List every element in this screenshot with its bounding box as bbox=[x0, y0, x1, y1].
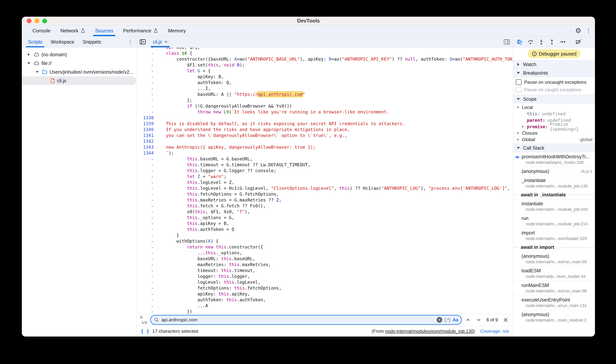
scope-global-row[interactable]: Globalglobal bbox=[513, 136, 595, 143]
gutter-line-number[interactable]: - bbox=[137, 250, 158, 256]
code-line-text[interactable]: throw new L9(`It looks like you're runni… bbox=[158, 109, 389, 115]
expander-right-icon[interactable] bbox=[521, 125, 525, 128]
gutter-line-number[interactable]: - bbox=[137, 48, 158, 50]
code-line-text[interactable]: you can set the \`dangerouslyAllowBrowse… bbox=[158, 132, 347, 138]
gutter-line-number[interactable]: - bbox=[137, 309, 158, 314]
code-line-text[interactable]: ...this._options, bbox=[158, 250, 242, 256]
tree-item-users-jinhuilee-nvm-versions-node-v2-[interactable]: Users/jinhuilee/.nvm/versions/node/v2... bbox=[22, 68, 136, 76]
tab-sources[interactable]: Sources bbox=[90, 25, 118, 36]
gutter-line-number[interactable]: - bbox=[137, 62, 158, 68]
call-stack-frame[interactable]: (anonymous)cli.js:1 bbox=[513, 167, 595, 176]
breakpoints-section-header[interactable]: Breakpoints bbox=[513, 69, 595, 77]
gutter-line-number[interactable]: - bbox=[137, 209, 158, 215]
search-query[interactable]: api.anthropic.com bbox=[161, 317, 434, 323]
gutter-line-number[interactable]: - bbox=[137, 256, 158, 262]
code-line-text[interactable]: `); bbox=[158, 150, 174, 156]
call-stack-frame[interactable]: (anonymous)node:internal/m...main_module… bbox=[513, 310, 595, 325]
settings-gear-icon[interactable]: ⚙ bbox=[575, 27, 581, 34]
code-line-text[interactable]: timeout: this.timeout, bbox=[158, 268, 255, 273]
debugger-panel-toggle-icon[interactable] bbox=[503, 38, 510, 45]
more-options-icon[interactable]: ⋮ bbox=[586, 27, 591, 34]
close-tab-icon[interactable]: × bbox=[164, 39, 168, 45]
gutter-line-number[interactable]: 1340 bbox=[137, 127, 158, 132]
code-line-text[interactable]: if (!G.dangerouslyAllowBrowser && Ys0()) bbox=[158, 103, 292, 109]
code-line-text[interactable]: return new this.constructor({ bbox=[158, 244, 263, 250]
pretty-print-icon[interactable]: { } bbox=[141, 329, 149, 334]
clear-search-icon[interactable]: ✕ bbox=[437, 317, 442, 323]
code-line-text[interactable]: this.fetch = G.fetch ?? Fs0(), bbox=[158, 203, 266, 209]
gutter-line-number[interactable]: - bbox=[137, 168, 158, 174]
gutter-line-number[interactable]: - bbox=[137, 297, 158, 303]
expander-right-icon[interactable] bbox=[516, 138, 520, 141]
deactivate-breakpoints-button[interactable] bbox=[575, 39, 582, 45]
scope-variable-row[interactable]: this: undefined bbox=[513, 111, 595, 117]
gutter-line-number[interactable]: 1343 bbox=[137, 144, 158, 150]
code-line-text[interactable]: this._options = G, bbox=[158, 215, 234, 221]
gutter-line-number[interactable]: - bbox=[137, 268, 158, 273]
code-line-text[interactable]: This is disabled by default, as it risks… bbox=[158, 121, 405, 127]
code-line-text[interactable]: baseURL: this.baseURL, bbox=[158, 256, 255, 262]
gutter-line-number[interactable]: - bbox=[137, 50, 158, 56]
gutter-line-number[interactable]: 1339 bbox=[137, 121, 158, 127]
code-line-text[interactable]: $F1.set(this, void 0); bbox=[158, 62, 245, 68]
search-input[interactable]: api.anthropic.com ✕ (.*) Aa bbox=[150, 315, 462, 325]
gutter-line-number[interactable]: 1341 bbox=[137, 132, 158, 138]
code-line-text[interactable]: this.logLevel = Z, bbox=[158, 180, 234, 185]
code-line-text[interactable]: this.baseURL = G.baseURL, bbox=[158, 156, 253, 162]
code-line-text[interactable]: constructor({baseURL: A=ao("ANTHROPIC_BA… bbox=[158, 56, 513, 62]
gutter-line-number[interactable]: - bbox=[137, 303, 158, 309]
code-line-text[interactable]: var Xs0, $F1; bbox=[158, 48, 200, 50]
resume-script-button[interactable] bbox=[517, 39, 523, 45]
code-line-text[interactable]: authToken: this.authToken, bbox=[158, 297, 266, 303]
code-line-text[interactable]: let G = { bbox=[158, 68, 210, 74]
call-stack-frame[interactable]: executeUserEntryPointnode:internal/m...s… bbox=[513, 295, 595, 310]
code-line-text[interactable]: let Z = "warn"; bbox=[158, 174, 226, 180]
gutter-line-number[interactable]: - bbox=[137, 221, 158, 226]
code-line-text[interactable]: this.authToken = Q bbox=[158, 226, 234, 232]
call-stack-frame[interactable]: _instantiatenode:internal/m...module_job… bbox=[513, 176, 595, 190]
tree-item-cli-js[interactable]: cli.js bbox=[22, 76, 136, 85]
gutter-line-number[interactable]: - bbox=[137, 232, 158, 238]
gutter-line-number[interactable]: - bbox=[137, 162, 158, 168]
gutter-line-number[interactable]: - bbox=[137, 238, 158, 244]
gutter-line-number[interactable]: - bbox=[137, 191, 158, 197]
navigator-toggle-icon[interactable] bbox=[139, 38, 146, 45]
gutter-line-number[interactable]: - bbox=[137, 197, 158, 203]
gutter-line-number[interactable]: 1342 bbox=[137, 138, 158, 144]
regex-toggle[interactable]: (.*) bbox=[445, 317, 450, 323]
code-line-text[interactable]: o9(this, $F1, Xs0, "f"), bbox=[158, 209, 250, 215]
code-line-text[interactable]: If you understand the risks and have app… bbox=[158, 127, 350, 132]
gutter-line-number[interactable]: - bbox=[137, 97, 158, 103]
call-stack-frame[interactable]: loadESMnode:internal/p.../esm_loader:34 bbox=[513, 266, 595, 281]
gutter-line-number[interactable]: 1344 bbox=[137, 150, 158, 156]
code-line-text[interactable]: this.fetchOptions = G.fetchOptions, bbox=[158, 191, 279, 197]
code-line-text[interactable]: this.logLevel = Hc1(G.logLevel, "ClientO… bbox=[158, 185, 513, 191]
gutter-line-number[interactable]: - bbox=[137, 273, 158, 279]
gutter-line-number[interactable]: - bbox=[137, 180, 158, 185]
code-line-text[interactable]: ...A bbox=[158, 303, 208, 309]
gutter-line-number[interactable]: - bbox=[137, 291, 158, 297]
tab-console[interactable]: Console bbox=[28, 25, 55, 36]
scope-section-header[interactable]: Scope bbox=[513, 95, 595, 104]
coverage-link[interactable]: Coverage: n/a bbox=[480, 329, 509, 334]
call-stack-frame[interactable]: runMainESMnode:internal/m...es/run_main:… bbox=[513, 281, 595, 295]
step-button[interactable] bbox=[560, 39, 566, 45]
search-as-you-type-icon[interactable]: A ↳B bbox=[140, 316, 147, 324]
code-line-text[interactable]: ...I, bbox=[158, 86, 210, 91]
gutter-line-number[interactable]: - bbox=[137, 174, 158, 180]
gutter-line-number[interactable]: - bbox=[137, 74, 158, 80]
step-over-button[interactable] bbox=[527, 39, 534, 45]
gutter-line-number[interactable]: - bbox=[137, 244, 158, 250]
zoom-window-button[interactable] bbox=[42, 19, 47, 23]
code-line-text[interactable] bbox=[158, 138, 168, 144]
code-line-text[interactable]: apiKey: this.apiKey, bbox=[158, 291, 250, 297]
code-line-text[interactable] bbox=[158, 115, 168, 121]
source-origin-link[interactable]: node:internal/modules/esm/module_job:130 bbox=[385, 329, 474, 334]
code-line-text[interactable]: this.maxRetries = G.maxRetries ?? 2, bbox=[158, 197, 281, 203]
gutter-line-number[interactable]: - bbox=[137, 262, 158, 268]
close-find-bar-icon[interactable] bbox=[503, 317, 508, 323]
sidebar-tab-scripts[interactable]: Scripts bbox=[24, 36, 46, 47]
code-line-text[interactable]: this.timeout = G.timeout ?? Lw.DEFAULT_T… bbox=[158, 162, 310, 168]
gutter-line-number[interactable]: 1338 bbox=[137, 115, 158, 121]
scope-local-row[interactable]: Local bbox=[513, 104, 595, 111]
